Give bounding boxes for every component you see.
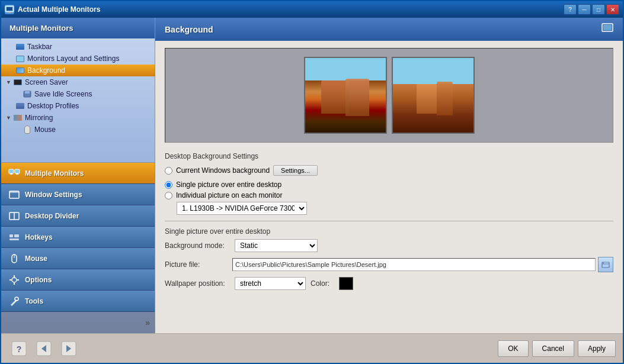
title-bar: Actual Multiple Monitors ? ─ □ ✕	[1, 1, 623, 18]
maximize-button[interactable]: □	[592, 4, 605, 15]
ok-button[interactable]: OK	[498, 340, 528, 357]
svg-rect-6	[15, 169, 20, 173]
bottom-right-actions: OK Cancel Apply	[498, 340, 616, 357]
sidebar-item-monitors-layout[interactable]: Monitors Layout and Settings	[1, 53, 155, 65]
svg-rect-4	[25, 91, 30, 94]
sidebar-item-label: Monitors Layout and Settings	[27, 54, 119, 63]
radio-row-current-windows: Current Windows background Settings...	[165, 165, 613, 176]
radio-current-label: Current Windows background	[176, 166, 270, 175]
bottom-left-actions: ?	[8, 338, 79, 359]
sidebar-item-label: Save Idle Screens	[34, 90, 92, 98]
monitor-preview-2	[392, 57, 475, 134]
svg-rect-25	[603, 25, 612, 30]
apply-button[interactable]: Apply	[578, 340, 616, 357]
expand-icon: ▼	[6, 115, 13, 121]
wallpaper-position-label: Wallpaper position:	[165, 279, 230, 288]
screensaver-icon	[13, 78, 23, 87]
window-controls: ? ─ □ ✕	[564, 4, 619, 15]
svg-rect-14	[14, 234, 19, 237]
divider-nav-icon	[8, 210, 20, 222]
radio-individual-label: Individual picture on each monitor	[176, 191, 282, 199]
wallpaper-position-select[interactable]: stretch center tile fit fill	[235, 277, 306, 290]
color-swatch[interactable]	[339, 277, 353, 290]
radio-single-label: Single picture over entire desktop	[176, 181, 281, 189]
nav-item-tools[interactable]: Tools	[1, 291, 155, 312]
nav-item-mouse[interactable]: Mouse	[1, 248, 155, 269]
expand-sidebar-button[interactable]: »	[145, 318, 150, 327]
radio-row-individual: Individual picture on each monitor	[165, 191, 613, 199]
radio-row-single: Single picture over entire desktop	[165, 181, 613, 189]
monitor-preview-1	[304, 57, 387, 134]
nav-item-label: Tools	[25, 297, 43, 305]
sidebar-item-screen-saver[interactable]: ▼ Screen Saver	[1, 76, 155, 88]
svg-point-27	[603, 263, 604, 264]
sidebar-tree: Taskbar Monitors Layout and Settings Bac…	[1, 38, 155, 162]
browse-button[interactable]	[598, 257, 613, 272]
settings-button[interactable]: Settings...	[273, 165, 318, 176]
back-icon-button[interactable]	[33, 338, 55, 359]
sidebar-item-label: Mirroring	[25, 114, 53, 122]
bg-mode-row: Background mode: Static Slideshow Span	[165, 239, 613, 252]
taskbar-icon	[15, 42, 25, 51]
nav-item-label: Desktop Divider	[25, 212, 79, 220]
svg-rect-2	[8, 12, 11, 13]
cancel-button[interactable]: Cancel	[532, 340, 574, 357]
monitors-nav-icon	[8, 167, 20, 179]
sidebar-item-label: Mouse	[34, 125, 56, 134]
expand-icon: ▼	[6, 79, 13, 85]
sidebar-item-label: Background	[27, 66, 65, 75]
forward-icon-button[interactable]	[58, 338, 79, 359]
subsection-label: Single picture over entire desktop	[165, 227, 613, 236]
options-nav-icon	[8, 274, 20, 286]
sidebar-item-desktop-profiles[interactable]: Desktop Profiles	[1, 100, 155, 112]
hotkeys-nav-icon	[8, 231, 20, 243]
nav-item-label: Window Settings	[25, 191, 82, 199]
close-button[interactable]: ✕	[606, 4, 619, 15]
sidebar-item-mirroring[interactable]: ▼ Mirroring	[1, 112, 155, 124]
panel-header: Background	[155, 18, 623, 41]
monitor-select[interactable]: 1. L1930B -> NVIDIA GeForce 7300 GT	[177, 202, 307, 215]
mouse-icon	[23, 125, 32, 134]
app-icon	[5, 5, 14, 14]
right-panel: Background	[155, 18, 623, 333]
settings-section-label: Desktop Background Settings	[165, 152, 613, 160]
background-icon	[15, 66, 25, 75]
nav-item-label: Options	[25, 276, 52, 284]
picture-file-label: Picture file:	[165, 260, 230, 269]
svg-text:?: ?	[17, 344, 22, 354]
minimize-button[interactable]: ─	[578, 4, 591, 15]
monitor-preview-area	[165, 48, 613, 143]
save-icon	[23, 89, 32, 99]
profile-icon	[15, 101, 25, 111]
mouse-nav-icon	[8, 253, 20, 265]
help-icon-button[interactable]: ?	[8, 338, 30, 359]
nav-item-label: Multiple Monitors	[25, 169, 84, 178]
nav-item-label: Hotkeys	[25, 233, 53, 241]
help-button[interactable]: ?	[564, 4, 577, 15]
nav-item-multiple-monitors[interactable]: Multiple Monitors	[1, 163, 155, 184]
nav-item-options[interactable]: Options	[1, 269, 155, 291]
window-title: Actual Multiple Monitors	[18, 5, 564, 14]
main-content: Multiple Monitors Taskbar Monitors Layou…	[1, 18, 623, 333]
sidebar: Multiple Monitors Taskbar Monitors Layou…	[1, 18, 155, 333]
bottom-bar: ? OK Cancel Apply	[1, 333, 623, 363]
radio-single-picture[interactable]	[165, 181, 172, 189]
wallpaper-position-row: Wallpaper position: stretch center tile …	[165, 277, 613, 290]
nav-item-window-settings[interactable]: Window Settings	[1, 184, 155, 205]
nav-item-hotkeys[interactable]: Hotkeys	[1, 227, 155, 248]
picture-file-path: C:\Users\Public\Pictures\Sample Pictures…	[232, 258, 596, 271]
sidebar-item-background[interactable]: Background	[1, 65, 155, 76]
radio-current-windows[interactable]	[165, 167, 172, 175]
sidebar-item-label: Desktop Profiles	[27, 102, 79, 110]
radio-individual-picture[interactable]	[165, 192, 172, 199]
sidebar-item-taskbar[interactable]: Taskbar	[1, 41, 155, 53]
sidebar-item-save-idle[interactable]: Save Idle Screens	[1, 88, 155, 100]
sidebar-item-label: Taskbar	[27, 43, 52, 51]
nav-item-desktop-divider[interactable]: Desktop Divider	[1, 205, 155, 227]
bg-mode-select[interactable]: Static Slideshow Span	[235, 239, 318, 252]
monitor-icon	[15, 54, 25, 63]
nav-item-label: Mouse	[25, 255, 47, 263]
sidebar-header: Multiple Monitors	[1, 18, 155, 38]
panel-title: Background	[165, 25, 213, 34]
sidebar-item-mouse[interactable]: Mouse	[1, 124, 155, 136]
